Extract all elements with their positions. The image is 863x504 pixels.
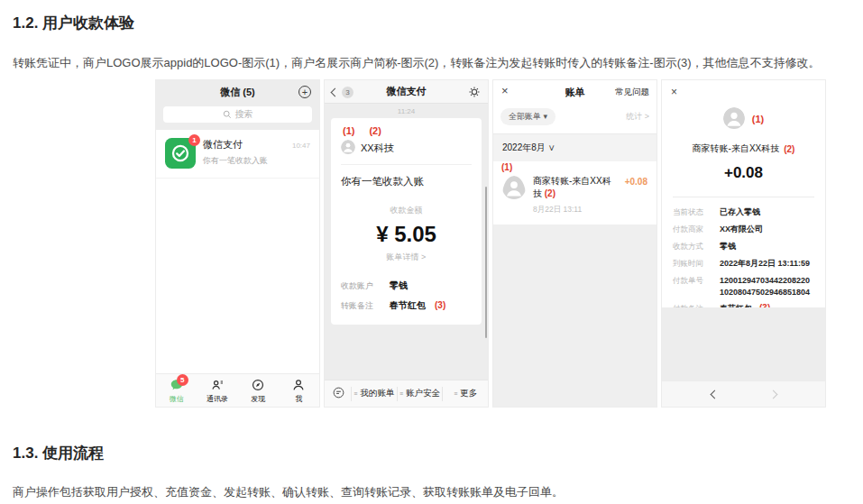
chat-item-preview: 你有一笔收款入账 <box>203 155 310 167</box>
annotation-2: (2) <box>369 125 381 136</box>
bill-list-title: 账单 <box>565 86 585 99</box>
statistics-link[interactable]: 统计 > <box>626 111 649 123</box>
detail-title: 商家转账-来自XX科技 <box>693 142 780 155</box>
tab-contacts[interactable]: 通讯录 <box>197 374 237 407</box>
next-arrow-icon[interactable] <box>768 389 777 399</box>
detail-row-merchant: 付款商家 XX有限公司 <box>673 224 814 235</box>
chat-list-title: 微信 (5) <box>220 86 255 99</box>
detail-row-arrival-time: 到账时间 2022年8月22日 13:11:59 <box>673 258 814 270</box>
bill-filter-row: 全部账单 ▾ 统计 > <box>493 104 656 133</box>
phone-wechat-chat-list: 微信 (5) + 搜索 1 微信支付 10:47 <box>155 79 320 408</box>
bottom-tab-bar: 5 微信 通讯录 发现 <box>156 373 319 407</box>
section-heading-user-receive-experience: 1.2. 用户收款体验 <box>13 13 134 33</box>
account-row: 收款账户 零钱 <box>341 279 472 292</box>
chat-item-name: 微信支付 <box>203 138 243 151</box>
detail-avatar-row: (1) <box>662 107 825 131</box>
unread-badge: 1 <box>188 134 200 146</box>
search-icon <box>223 110 232 119</box>
gear-icon[interactable] <box>468 86 481 100</box>
bill-list-header: × 账单 常见问题 <box>493 80 656 104</box>
bill-item-amount: +0.08 <box>625 173 647 215</box>
annotation-2: (2) <box>784 144 794 154</box>
section-body-usage-flow: 商户操作包括获取用户授权、充值资金、发起转账、确认转账、查询转账记录、获取转账账… <box>13 483 845 501</box>
merchant-name: XX科技 <box>361 142 394 155</box>
annotation-1: (1) <box>343 125 354 136</box>
amount-label: 收款金额 <box>341 205 472 216</box>
compass-icon <box>251 378 265 392</box>
previous-arrow-icon[interactable] <box>710 389 719 399</box>
documentation-page: 1.2. 用户收款体验 转账凭证中，商户LOGO展示appid的LOGO-图示(… <box>0 0 863 504</box>
tab-me[interactable]: 我 <box>279 374 319 407</box>
search-input[interactable]: 搜索 <box>163 106 312 123</box>
detail-row-payment-number: 付款单号 12001294703442208220102080475029468… <box>673 275 814 298</box>
pay-chat-header: 3 微信支付 <box>325 80 488 104</box>
phone-screenshots-strip: 微信 (5) + 搜索 1 微信支付 10:47 <box>155 79 826 408</box>
official-account-toolbar: ≡ 我的账单 ≡ 账户安全 ≡ 更多 <box>325 380 488 407</box>
merchant-row: XX科技 <box>341 140 472 165</box>
bill-item-text: 商家转账-来自XX科技 (2) 8月22日 13:11 <box>533 173 618 215</box>
remark-row: 转账备注 春节红包 (3) <box>341 299 472 312</box>
message-timestamp: 11:24 <box>325 107 488 115</box>
bill-list-item[interactable]: (1) 商家转账-来自XX科技 (2) 8月22日 13:11 +0.08 <box>493 161 656 225</box>
menu-icon: ≡ <box>353 390 357 397</box>
detail-amount: +0.08 <box>662 164 825 182</box>
chat-list-header: 微信 (5) + <box>156 80 319 104</box>
chat-item-text: 微信支付 10:47 你有一笔收款入账 <box>203 138 310 169</box>
toolbar-item-more[interactable]: ≡ 更多 <box>442 387 488 401</box>
merchant-avatar <box>341 140 355 156</box>
section-body-user-receive-experience: 转账凭证中，商户LOGO展示appid的LOGO-图示(1)，商户名展示商户简称… <box>13 54 845 72</box>
scrollbar[interactable] <box>485 187 487 338</box>
add-icon[interactable]: + <box>298 86 311 98</box>
search-placeholder: 搜索 <box>235 108 253 121</box>
month-group-header[interactable]: 2022年8月 ∨ <box>493 133 656 161</box>
transfer-avatar <box>723 107 745 131</box>
detail-background-area <box>662 307 825 381</box>
chat-item-time: 10:47 <box>292 142 310 150</box>
back-chevron-icon <box>331 88 340 97</box>
annotation-3: (3) <box>435 300 445 310</box>
close-icon[interactable]: × <box>501 84 509 97</box>
phone-bill-detail: × (1) 商家转账-来自XX科技 (2) +0.08 当前状态 已存入零钱 付… <box>661 79 826 408</box>
bill-item-time: 8月22日 13:11 <box>533 205 618 215</box>
bill-filter-pill[interactable]: 全部账单 ▾ <box>500 108 555 125</box>
wechat-pay-icon: 1 <box>165 138 196 169</box>
phone-wechat-pay-chat: 3 微信支付 11:24 (1) (2) XX科技 <box>324 79 489 408</box>
contacts-icon <box>210 378 225 392</box>
keyboard-icon[interactable] <box>332 386 345 401</box>
detail-title-row: 商家转账-来自XX科技 (2) <box>662 142 825 155</box>
pay-chat-title: 微信支付 <box>387 85 427 98</box>
back-button[interactable]: 3 <box>332 87 353 98</box>
annotation-1: (1) <box>752 114 764 124</box>
faq-link[interactable]: 常见问题 <box>615 87 649 98</box>
tab-chats-badge: 5 <box>177 374 188 386</box>
amount-value: ¥ 5.05 <box>341 222 472 247</box>
card-title: 你有一笔收款入账 <box>341 175 472 188</box>
detail-row-status: 当前状态 已存入零钱 <box>673 206 814 218</box>
chat-list-item-wechat-pay[interactable]: 1 微信支付 10:47 你有一笔收款入账 <box>156 130 319 179</box>
person-icon <box>291 378 306 392</box>
tab-discover[interactable]: 发现 <box>238 374 279 407</box>
back-count-badge: 3 <box>342 87 353 98</box>
chat-bubble-icon: 5 <box>170 378 184 392</box>
tab-chats[interactable]: 5 微信 <box>156 374 197 407</box>
close-icon[interactable]: × <box>671 86 677 98</box>
receive-money-card[interactable]: (1) (2) XX科技 你有一笔收款入账 收款金额 ¥ 5.05 账单详情 >… <box>331 118 482 325</box>
detail-row-method: 收款方式 零钱 <box>673 241 814 252</box>
annotation-2: (2) <box>545 188 555 198</box>
menu-icon: ≡ <box>454 390 457 397</box>
detail-pager-bar <box>662 381 825 407</box>
detail-rows: 当前状态 已存入零钱 付款商家 XX有限公司 收款方式 零钱 到账时间 2022… <box>662 197 825 315</box>
toolbar-item-my-bills[interactable]: ≡ 我的账单 <box>351 387 397 401</box>
transfer-avatar <box>502 176 526 215</box>
annotation-1: (1) <box>501 162 512 172</box>
search-area: 搜索 <box>156 104 319 130</box>
phone-bill-list: × 账单 常见问题 全部账单 ▾ 统计 > 2022年8月 ∨ (1) 商家转账… <box>492 79 657 408</box>
annotation-row: (1) (2) <box>341 124 472 140</box>
bill-detail-link[interactable]: 账单详情 > <box>341 252 472 263</box>
section-heading-usage-flow: 1.3. 使用流程 <box>13 443 104 463</box>
toolbar-item-account-security[interactable]: ≡ 账户安全 <box>397 387 443 401</box>
menu-icon: ≡ <box>399 390 403 397</box>
